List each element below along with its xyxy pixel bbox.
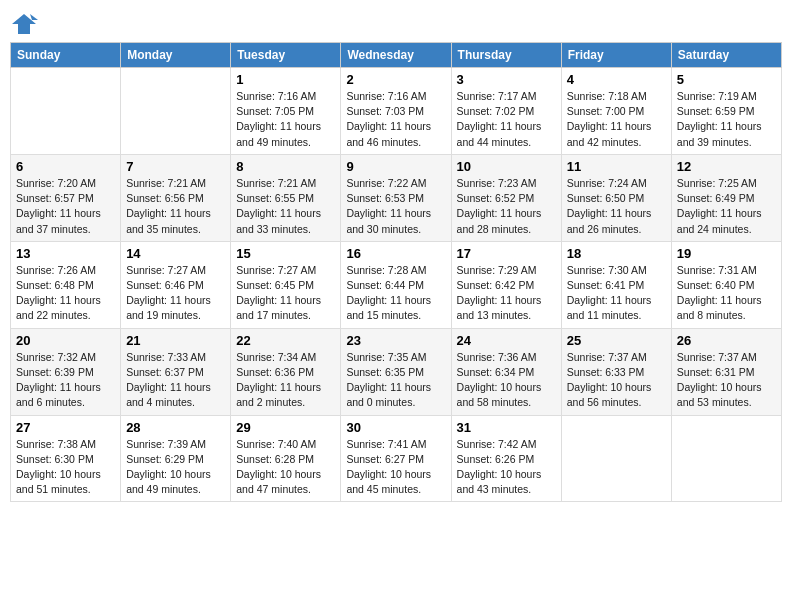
calendar-cell: 8Sunrise: 7:21 AM Sunset: 6:55 PM Daylig… <box>231 154 341 241</box>
day-info: Sunrise: 7:20 AM Sunset: 6:57 PM Dayligh… <box>16 176 115 237</box>
calendar-week-4: 20Sunrise: 7:32 AM Sunset: 6:39 PM Dayli… <box>11 328 782 415</box>
weekday-header-wednesday: Wednesday <box>341 43 451 68</box>
day-number: 31 <box>457 420 556 435</box>
day-info: Sunrise: 7:22 AM Sunset: 6:53 PM Dayligh… <box>346 176 445 237</box>
day-info: Sunrise: 7:40 AM Sunset: 6:28 PM Dayligh… <box>236 437 335 498</box>
calendar-cell: 5Sunrise: 7:19 AM Sunset: 6:59 PM Daylig… <box>671 68 781 155</box>
day-info: Sunrise: 7:16 AM Sunset: 7:03 PM Dayligh… <box>346 89 445 150</box>
day-info: Sunrise: 7:16 AM Sunset: 7:05 PM Dayligh… <box>236 89 335 150</box>
weekday-header-saturday: Saturday <box>671 43 781 68</box>
calendar-table: SundayMondayTuesdayWednesdayThursdayFrid… <box>10 42 782 502</box>
calendar-cell: 18Sunrise: 7:30 AM Sunset: 6:41 PM Dayli… <box>561 241 671 328</box>
calendar-cell: 22Sunrise: 7:34 AM Sunset: 6:36 PM Dayli… <box>231 328 341 415</box>
day-number: 5 <box>677 72 776 87</box>
day-number: 18 <box>567 246 666 261</box>
calendar-cell <box>671 415 781 502</box>
day-number: 10 <box>457 159 556 174</box>
logo-icon <box>10 10 38 38</box>
calendar-cell: 7Sunrise: 7:21 AM Sunset: 6:56 PM Daylig… <box>121 154 231 241</box>
day-info: Sunrise: 7:35 AM Sunset: 6:35 PM Dayligh… <box>346 350 445 411</box>
calendar-cell: 16Sunrise: 7:28 AM Sunset: 6:44 PM Dayli… <box>341 241 451 328</box>
day-number: 17 <box>457 246 556 261</box>
day-number: 29 <box>236 420 335 435</box>
page-header <box>10 10 782 38</box>
day-info: Sunrise: 7:33 AM Sunset: 6:37 PM Dayligh… <box>126 350 225 411</box>
calendar-cell: 1Sunrise: 7:16 AM Sunset: 7:05 PM Daylig… <box>231 68 341 155</box>
day-number: 24 <box>457 333 556 348</box>
day-info: Sunrise: 7:17 AM Sunset: 7:02 PM Dayligh… <box>457 89 556 150</box>
day-number: 8 <box>236 159 335 174</box>
calendar-cell <box>121 68 231 155</box>
svg-marker-1 <box>30 14 38 20</box>
calendar-cell: 31Sunrise: 7:42 AM Sunset: 6:26 PM Dayli… <box>451 415 561 502</box>
day-number: 27 <box>16 420 115 435</box>
calendar-cell: 4Sunrise: 7:18 AM Sunset: 7:00 PM Daylig… <box>561 68 671 155</box>
logo <box>10 10 42 38</box>
calendar-week-1: 1Sunrise: 7:16 AM Sunset: 7:05 PM Daylig… <box>11 68 782 155</box>
day-info: Sunrise: 7:41 AM Sunset: 6:27 PM Dayligh… <box>346 437 445 498</box>
day-info: Sunrise: 7:42 AM Sunset: 6:26 PM Dayligh… <box>457 437 556 498</box>
calendar-cell: 21Sunrise: 7:33 AM Sunset: 6:37 PM Dayli… <box>121 328 231 415</box>
day-number: 25 <box>567 333 666 348</box>
calendar-week-3: 13Sunrise: 7:26 AM Sunset: 6:48 PM Dayli… <box>11 241 782 328</box>
day-info: Sunrise: 7:23 AM Sunset: 6:52 PM Dayligh… <box>457 176 556 237</box>
day-number: 13 <box>16 246 115 261</box>
calendar-cell: 13Sunrise: 7:26 AM Sunset: 6:48 PM Dayli… <box>11 241 121 328</box>
day-info: Sunrise: 7:34 AM Sunset: 6:36 PM Dayligh… <box>236 350 335 411</box>
day-info: Sunrise: 7:39 AM Sunset: 6:29 PM Dayligh… <box>126 437 225 498</box>
calendar-cell: 15Sunrise: 7:27 AM Sunset: 6:45 PM Dayli… <box>231 241 341 328</box>
day-number: 15 <box>236 246 335 261</box>
day-info: Sunrise: 7:38 AM Sunset: 6:30 PM Dayligh… <box>16 437 115 498</box>
calendar-cell: 10Sunrise: 7:23 AM Sunset: 6:52 PM Dayli… <box>451 154 561 241</box>
day-number: 6 <box>16 159 115 174</box>
day-number: 14 <box>126 246 225 261</box>
day-info: Sunrise: 7:21 AM Sunset: 6:55 PM Dayligh… <box>236 176 335 237</box>
day-number: 3 <box>457 72 556 87</box>
day-number: 7 <box>126 159 225 174</box>
day-number: 28 <box>126 420 225 435</box>
calendar-cell: 26Sunrise: 7:37 AM Sunset: 6:31 PM Dayli… <box>671 328 781 415</box>
calendar-week-2: 6Sunrise: 7:20 AM Sunset: 6:57 PM Daylig… <box>11 154 782 241</box>
day-number: 19 <box>677 246 776 261</box>
calendar-cell: 6Sunrise: 7:20 AM Sunset: 6:57 PM Daylig… <box>11 154 121 241</box>
calendar-cell: 28Sunrise: 7:39 AM Sunset: 6:29 PM Dayli… <box>121 415 231 502</box>
calendar-cell: 23Sunrise: 7:35 AM Sunset: 6:35 PM Dayli… <box>341 328 451 415</box>
day-info: Sunrise: 7:27 AM Sunset: 6:45 PM Dayligh… <box>236 263 335 324</box>
day-number: 20 <box>16 333 115 348</box>
calendar-cell: 24Sunrise: 7:36 AM Sunset: 6:34 PM Dayli… <box>451 328 561 415</box>
day-number: 23 <box>346 333 445 348</box>
day-info: Sunrise: 7:37 AM Sunset: 6:33 PM Dayligh… <box>567 350 666 411</box>
day-info: Sunrise: 7:26 AM Sunset: 6:48 PM Dayligh… <box>16 263 115 324</box>
day-number: 11 <box>567 159 666 174</box>
day-info: Sunrise: 7:32 AM Sunset: 6:39 PM Dayligh… <box>16 350 115 411</box>
day-info: Sunrise: 7:37 AM Sunset: 6:31 PM Dayligh… <box>677 350 776 411</box>
weekday-header-tuesday: Tuesday <box>231 43 341 68</box>
day-info: Sunrise: 7:18 AM Sunset: 7:00 PM Dayligh… <box>567 89 666 150</box>
calendar-cell: 27Sunrise: 7:38 AM Sunset: 6:30 PM Dayli… <box>11 415 121 502</box>
day-info: Sunrise: 7:19 AM Sunset: 6:59 PM Dayligh… <box>677 89 776 150</box>
day-number: 22 <box>236 333 335 348</box>
day-info: Sunrise: 7:31 AM Sunset: 6:40 PM Dayligh… <box>677 263 776 324</box>
calendar-cell: 17Sunrise: 7:29 AM Sunset: 6:42 PM Dayli… <box>451 241 561 328</box>
day-info: Sunrise: 7:30 AM Sunset: 6:41 PM Dayligh… <box>567 263 666 324</box>
weekday-header-thursday: Thursday <box>451 43 561 68</box>
calendar-cell <box>11 68 121 155</box>
day-info: Sunrise: 7:24 AM Sunset: 6:50 PM Dayligh… <box>567 176 666 237</box>
day-number: 4 <box>567 72 666 87</box>
calendar-cell: 9Sunrise: 7:22 AM Sunset: 6:53 PM Daylig… <box>341 154 451 241</box>
calendar-cell: 29Sunrise: 7:40 AM Sunset: 6:28 PM Dayli… <box>231 415 341 502</box>
calendar-cell: 11Sunrise: 7:24 AM Sunset: 6:50 PM Dayli… <box>561 154 671 241</box>
day-number: 9 <box>346 159 445 174</box>
day-number: 12 <box>677 159 776 174</box>
calendar-cell: 2Sunrise: 7:16 AM Sunset: 7:03 PM Daylig… <box>341 68 451 155</box>
calendar-cell: 25Sunrise: 7:37 AM Sunset: 6:33 PM Dayli… <box>561 328 671 415</box>
calendar-cell: 3Sunrise: 7:17 AM Sunset: 7:02 PM Daylig… <box>451 68 561 155</box>
calendar-cell: 12Sunrise: 7:25 AM Sunset: 6:49 PM Dayli… <box>671 154 781 241</box>
weekday-header-monday: Monday <box>121 43 231 68</box>
calendar-week-5: 27Sunrise: 7:38 AM Sunset: 6:30 PM Dayli… <box>11 415 782 502</box>
calendar-cell: 30Sunrise: 7:41 AM Sunset: 6:27 PM Dayli… <box>341 415 451 502</box>
weekday-header-friday: Friday <box>561 43 671 68</box>
day-info: Sunrise: 7:29 AM Sunset: 6:42 PM Dayligh… <box>457 263 556 324</box>
day-number: 1 <box>236 72 335 87</box>
calendar-cell: 19Sunrise: 7:31 AM Sunset: 6:40 PM Dayli… <box>671 241 781 328</box>
